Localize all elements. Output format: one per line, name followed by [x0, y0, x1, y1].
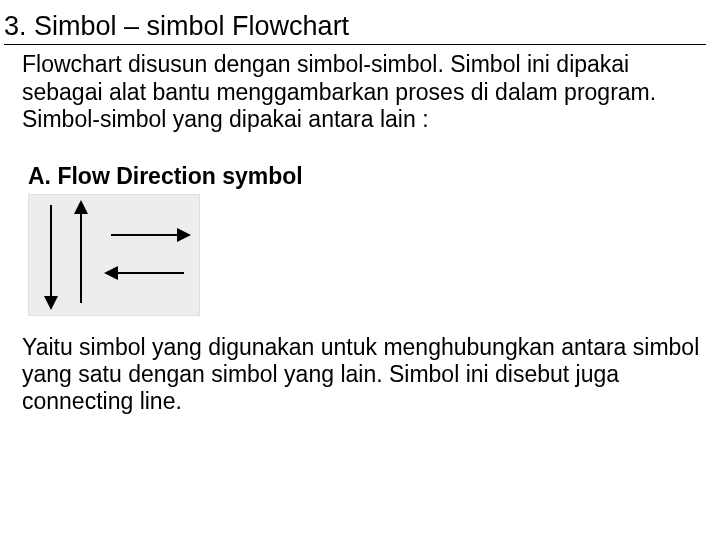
flow-direction-figure [28, 194, 200, 316]
subsection-title: A. Flow Direction symbol [28, 163, 706, 190]
flow-direction-arrows-icon [29, 195, 199, 315]
slide-page: 3. Simbol – simbol Flowchart Flowchart d… [0, 0, 720, 540]
intro-paragraph: Flowchart disusun dengan simbol-simbol. … [22, 51, 706, 132]
section-heading: 3. Simbol – simbol Flowchart [4, 10, 706, 45]
subsection-paragraph: Yaitu simbol yang digunakan untuk menghu… [22, 334, 706, 415]
